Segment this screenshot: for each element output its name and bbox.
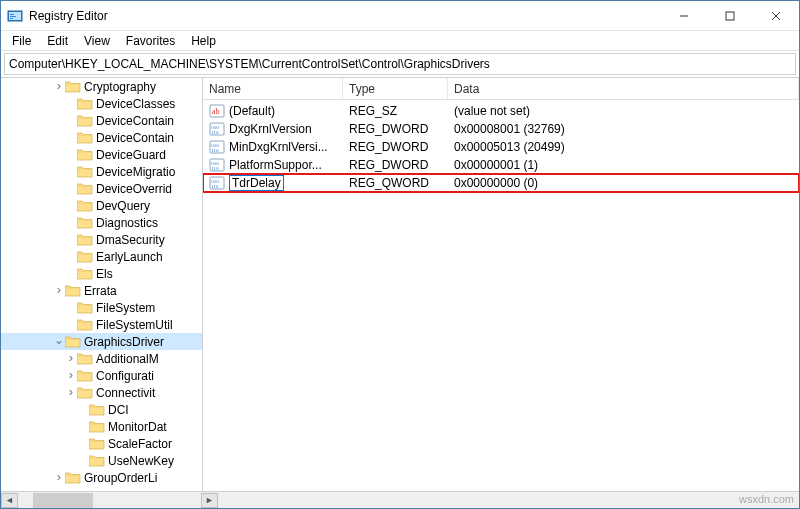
tree-item-label: DCI <box>108 403 129 417</box>
chevron-right-icon[interactable] <box>53 472 65 484</box>
tree-item[interactable]: DeviceOverrid <box>1 180 203 197</box>
list-row[interactable]: MinDxgKrnlVersi...REG_DWORD0x00005013 (2… <box>203 138 799 156</box>
tree-item-label: FileSystem <box>96 301 155 315</box>
menu-favorites[interactable]: Favorites <box>119 32 182 50</box>
scroll-thumb[interactable] <box>33 493 93 508</box>
tree-item-label: DevQuery <box>96 199 150 213</box>
folder-icon <box>77 233 93 247</box>
list-row[interactable]: PlatformSuppor...REG_DWORD0x00000001 (1) <box>203 156 799 174</box>
menu-help[interactable]: Help <box>184 32 223 50</box>
chevron-down-icon[interactable] <box>53 336 65 348</box>
tree-item[interactable]: Errata <box>1 282 203 299</box>
chevron-right-icon[interactable] <box>65 353 77 365</box>
tree-item[interactable]: ScaleFactor <box>1 435 203 452</box>
value-data: 0x00008001 (32769) <box>450 122 797 136</box>
folder-icon <box>77 182 93 196</box>
tree-item[interactable]: DevQuery <box>1 197 203 214</box>
menu-view[interactable]: View <box>77 32 117 50</box>
list-header: Name Type Data <box>203 78 799 100</box>
tree-item[interactable]: DmaSecurity <box>1 231 203 248</box>
folder-icon <box>77 148 93 162</box>
regedit-icon <box>7 8 23 24</box>
tree-item-label: AdditionalM <box>96 352 159 366</box>
folder-icon <box>77 352 93 366</box>
tree-item[interactable]: Diagnostics <box>1 214 203 231</box>
tree-item-label: MonitorDat <box>108 420 167 434</box>
scroll-right-button[interactable]: ► <box>201 493 218 508</box>
scroll-track[interactable] <box>18 493 201 508</box>
list-row[interactable]: (Default)REG_SZ(value not set) <box>203 102 799 120</box>
chevron-right-icon[interactable] <box>65 387 77 399</box>
value-name: (Default) <box>229 104 275 118</box>
svg-rect-2 <box>10 14 14 15</box>
list-row[interactable]: DxgKrnlVersionREG_DWORD0x00008001 (32769… <box>203 120 799 138</box>
tree-item-label: Diagnostics <box>96 216 158 230</box>
tree-item-label: DmaSecurity <box>96 233 165 247</box>
tree-item[interactable]: Configurati <box>1 367 203 384</box>
folder-icon <box>77 267 93 281</box>
tree-item-label: DeviceContain <box>96 131 174 145</box>
tree-item[interactable]: DeviceContain <box>1 112 203 129</box>
tree-item[interactable]: EarlyLaunch <box>1 248 203 265</box>
tree-item[interactable]: Cryptography <box>1 78 203 95</box>
reg-binary-icon <box>209 121 225 137</box>
tree-item-label: UseNewKey <box>108 454 174 468</box>
titlebar: Registry Editor <box>1 1 799 31</box>
tree-item[interactable]: DeviceClasses <box>1 95 203 112</box>
tree-item-label: GraphicsDriver <box>84 335 164 349</box>
value-data: 0x00000001 (1) <box>450 158 797 172</box>
tree-item[interactable]: GraphicsDriver <box>1 333 203 350</box>
svg-rect-3 <box>10 16 16 17</box>
column-header-data[interactable]: Data <box>448 78 799 99</box>
tree-item-label: Errata <box>84 284 117 298</box>
menu-edit[interactable]: Edit <box>40 32 75 50</box>
reg-binary-icon <box>209 139 225 155</box>
tree-item[interactable]: FileSystem <box>1 299 203 316</box>
chevron-right-icon[interactable] <box>53 81 65 93</box>
chevron-right-icon[interactable] <box>65 370 77 382</box>
tree-item[interactable]: DCI <box>1 401 203 418</box>
tree-item[interactable]: AdditionalM <box>1 350 203 367</box>
value-name: PlatformSuppor... <box>229 158 322 172</box>
tree-pane[interactable]: CryptographyDeviceClassesDeviceContainDe… <box>1 78 203 491</box>
tree-item-label: GroupOrderLi <box>84 471 157 485</box>
tree-item[interactable]: FileSystemUtil <box>1 316 203 333</box>
tree-horizontal-scrollbar[interactable]: ◄ ► <box>1 491 799 508</box>
column-header-name[interactable]: Name <box>203 78 343 99</box>
tree-item[interactable]: DeviceMigratio <box>1 163 203 180</box>
scroll-left-button[interactable]: ◄ <box>1 493 18 508</box>
close-button[interactable] <box>753 1 799 31</box>
folder-icon <box>65 471 81 485</box>
tree-item[interactable]: DeviceContain <box>1 129 203 146</box>
value-name[interactable]: TdrDelay <box>229 175 284 191</box>
folder-icon <box>77 250 93 264</box>
maximize-button[interactable] <box>707 1 753 31</box>
value-type: REG_DWORD <box>345 158 450 172</box>
tree-item-label: ScaleFactor <box>108 437 172 451</box>
tree-item[interactable]: MonitorDat <box>1 418 203 435</box>
folder-icon <box>89 437 105 451</box>
folder-icon <box>65 80 81 94</box>
window-title: Registry Editor <box>29 9 661 23</box>
tree-item[interactable]: Connectivit <box>1 384 203 401</box>
minimize-button[interactable] <box>661 1 707 31</box>
folder-icon <box>77 114 93 128</box>
chevron-right-icon[interactable] <box>53 285 65 297</box>
address-path: Computer\HKEY_LOCAL_MACHINE\SYSTEM\Curre… <box>9 57 490 71</box>
tree-item[interactable]: UseNewKey <box>1 452 203 469</box>
column-header-type[interactable]: Type <box>343 78 448 99</box>
folder-icon <box>77 301 93 315</box>
folder-icon <box>77 199 93 213</box>
tree-item[interactable]: GroupOrderLi <box>1 469 203 486</box>
address-bar[interactable]: Computer\HKEY_LOCAL_MACHINE\SYSTEM\Curre… <box>4 53 796 75</box>
folder-icon <box>77 165 93 179</box>
tree-item-label: DeviceContain <box>96 114 174 128</box>
tree-item[interactable]: Els <box>1 265 203 282</box>
menu-file[interactable]: File <box>5 32 38 50</box>
tree-item[interactable]: DeviceGuard <box>1 146 203 163</box>
folder-icon <box>89 420 105 434</box>
list-row[interactable]: TdrDelayREG_QWORD0x00000000 (0) <box>203 174 799 192</box>
tree-item-label: Els <box>96 267 113 281</box>
reg-binary-icon <box>209 175 225 191</box>
main-area: CryptographyDeviceClassesDeviceContainDe… <box>1 77 799 491</box>
